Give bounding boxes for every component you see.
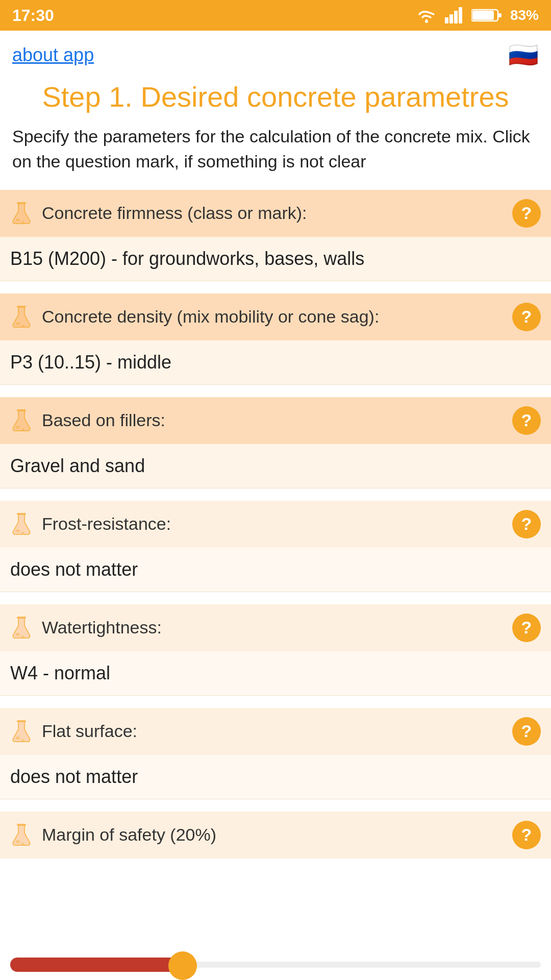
- svg-rect-4: [459, 7, 462, 23]
- svg-point-13: [21, 325, 24, 327]
- param-header-margin[interactable]: Margin of safety (20%)?: [0, 812, 551, 859]
- flask-icon-svg: [11, 202, 32, 225]
- param-block-margin: Margin of safety (20%)?: [0, 812, 551, 859]
- param-header-left-firmness: Concrete firmness (class or mark):: [10, 202, 307, 225]
- svg-point-21: [16, 633, 20, 636]
- status-icons: 83%: [416, 7, 539, 23]
- param-value-density[interactable]: P3 (10..15) - middle: [0, 340, 551, 385]
- about-app-link[interactable]: about app: [12, 44, 94, 66]
- description-text: Specify the parameters for the calculati…: [0, 124, 551, 190]
- flask-icon-margin: [10, 824, 33, 846]
- param-label-fillers: Based on fillers:: [42, 410, 165, 430]
- param-block-fillers: Based on fillers:?Gravel and sand: [0, 397, 551, 488]
- battery-percentage: 83%: [510, 7, 539, 23]
- svg-rect-7: [498, 13, 502, 17]
- svg-rect-26: [17, 824, 26, 826]
- svg-point-22: [21, 635, 24, 638]
- param-value-firmness[interactable]: B15 (M200) - for groundworks, bases, wal…: [0, 237, 551, 281]
- flask-icon-fillers: [10, 409, 33, 432]
- flask-icon-flat-surface: [10, 720, 33, 743]
- param-header-left-fillers: Based on fillers:: [10, 409, 165, 432]
- svg-rect-23: [17, 720, 26, 722]
- param-value-watertightness[interactable]: W4 - normal: [0, 651, 551, 696]
- flask-icon-svg: [11, 617, 32, 639]
- param-header-density[interactable]: Concrete density (mix mobility or cone s…: [0, 293, 551, 340]
- svg-rect-3: [454, 11, 458, 23]
- svg-point-12: [16, 322, 20, 325]
- status-bar: 17:30 83%: [0, 0, 551, 31]
- param-header-flat-surface[interactable]: Flat surface:?: [0, 708, 551, 755]
- param-header-left-density: Concrete density (mix mobility or cone s…: [10, 306, 379, 328]
- param-header-watertightness[interactable]: Watertightness:?: [0, 604, 551, 651]
- param-header-frost[interactable]: Frost-resistance:?: [0, 501, 551, 548]
- question-btn-flat-surface[interactable]: ?: [512, 717, 541, 746]
- question-btn-firmness[interactable]: ?: [512, 199, 541, 228]
- svg-rect-8: [17, 202, 26, 204]
- param-value-flat-surface[interactable]: does not matter: [0, 755, 551, 799]
- param-header-firmness[interactable]: Concrete firmness (class or mark):?: [0, 190, 551, 237]
- svg-rect-1: [445, 17, 448, 23]
- question-btn-fillers[interactable]: ?: [512, 406, 541, 435]
- flask-icon-watertightness: [10, 617, 33, 639]
- svg-point-16: [21, 428, 24, 430]
- question-btn-watertightness[interactable]: ?: [512, 614, 541, 642]
- flask-icon-svg: [11, 720, 32, 743]
- wifi-icon: [416, 7, 437, 23]
- battery-icon: [471, 8, 502, 22]
- param-header-left-frost: Frost-resistance:: [10, 513, 171, 535]
- svg-point-24: [16, 737, 20, 740]
- param-block-firmness: Concrete firmness (class or mark):?B15 (…: [0, 190, 551, 281]
- svg-rect-17: [17, 513, 26, 515]
- question-btn-frost[interactable]: ?: [512, 510, 541, 538]
- page-title: Step 1. Desired concrete parametres: [0, 75, 551, 124]
- flask-icon-svg: [11, 824, 32, 846]
- param-header-left-flat-surface: Flat surface:: [10, 720, 137, 743]
- param-header-left-watertightness: Watertightness:: [10, 617, 162, 639]
- svg-point-27: [16, 840, 20, 843]
- param-block-density: Concrete density (mix mobility or cone s…: [0, 293, 551, 385]
- svg-point-28: [21, 843, 24, 845]
- param-label-firmness: Concrete firmness (class or mark):: [42, 203, 307, 223]
- flask-icon-density: [10, 306, 33, 328]
- svg-point-0: [425, 20, 428, 23]
- svg-rect-6: [472, 11, 494, 20]
- flask-icon-firmness: [10, 202, 33, 225]
- param-value-fillers[interactable]: Gravel and sand: [0, 444, 551, 488]
- svg-rect-20: [17, 617, 26, 619]
- param-header-left-margin: Margin of safety (20%): [10, 824, 216, 846]
- svg-point-9: [16, 218, 20, 222]
- scroll-handle[interactable]: [168, 951, 197, 980]
- flask-icon-svg: [11, 513, 32, 535]
- param-label-margin: Margin of safety (20%): [42, 825, 216, 845]
- svg-rect-2: [449, 14, 453, 23]
- param-block-flat-surface: Flat surface:?does not matter: [0, 708, 551, 799]
- svg-rect-14: [17, 409, 26, 411]
- param-value-frost[interactable]: does not matter: [0, 548, 551, 592]
- param-label-density: Concrete density (mix mobility or cone s…: [42, 307, 379, 327]
- header-row: about app 🇷🇺: [0, 31, 551, 75]
- flask-icon-svg: [11, 306, 32, 328]
- svg-point-15: [16, 426, 20, 429]
- param-header-fillers[interactable]: Based on fillers:?: [0, 397, 551, 444]
- svg-point-19: [21, 532, 24, 534]
- scroll-thumb: [10, 958, 184, 972]
- scroll-track[interactable]: [10, 962, 541, 968]
- param-block-watertightness: Watertightness:?W4 - normal: [0, 604, 551, 696]
- question-btn-margin[interactable]: ?: [512, 821, 541, 849]
- param-label-watertightness: Watertightness:: [42, 618, 162, 638]
- flask-icon-frost: [10, 513, 33, 535]
- svg-point-18: [16, 529, 20, 532]
- svg-point-25: [21, 739, 24, 741]
- status-time: 17:30: [12, 6, 54, 25]
- scroll-bar[interactable]: [0, 949, 551, 980]
- param-block-frost: Frost-resistance:?does not matter: [0, 501, 551, 592]
- signal-icon: [445, 7, 463, 23]
- param-label-flat-surface: Flat surface:: [42, 721, 137, 741]
- language-flag[interactable]: 🇷🇺: [508, 41, 539, 69]
- question-btn-density[interactable]: ?: [512, 303, 541, 331]
- flask-icon-svg: [11, 409, 32, 432]
- parameters-list: Concrete firmness (class or mark):?B15 (…: [0, 190, 551, 912]
- svg-point-10: [21, 221, 24, 223]
- param-label-frost: Frost-resistance:: [42, 514, 171, 534]
- svg-rect-11: [17, 306, 26, 308]
